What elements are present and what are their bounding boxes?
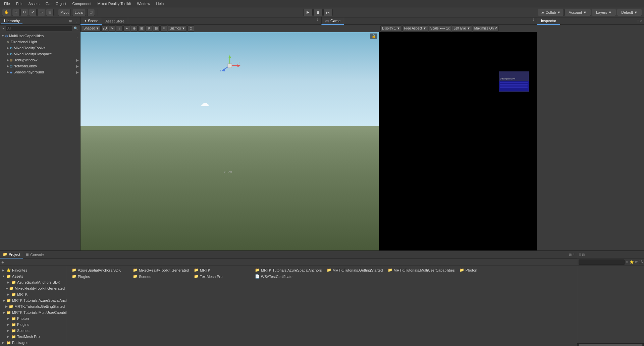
tree-packages[interactable]: ▶ 📁 Packages	[0, 340, 67, 346]
maximize-btn[interactable]: Maximize On P	[473, 25, 499, 32]
hier-item-debugwindow[interactable]: ▶ ⊞ DebugWindow ▶	[0, 57, 80, 63]
lower-search-input[interactable]	[579, 260, 625, 265]
hand-tool-btn[interactable]: ✋	[2, 9, 11, 16]
hierarchy-menu-icon[interactable]: ⋮	[73, 19, 79, 23]
asset-scenes[interactable]: 📁 Scenes	[131, 274, 191, 279]
hier-item-mrtk[interactable]: ▶ ⚙ MixedRealityToolkit	[0, 45, 80, 51]
account-button[interactable]: Account ▼	[565, 9, 591, 16]
tree-scenes[interactable]: ▶ 📁 Scenes	[0, 328, 67, 334]
lighting-btn[interactable]: ☀	[109, 25, 115, 32]
scale-tool-btn[interactable]: ⤢	[29, 9, 37, 16]
snap-btn[interactable]: ⊡	[87, 9, 95, 16]
display-select[interactable]: Display 1 ▼	[380, 25, 402, 32]
scene-tab-more[interactable]: ⋮	[314, 17, 321, 24]
rect-tool-btn[interactable]: ▭	[37, 9, 45, 16]
step-button[interactable]: ⏭	[323, 9, 333, 16]
hierarchy-search-input[interactable]	[6, 26, 72, 31]
play-button[interactable]: ▶	[303, 9, 313, 16]
inspector-tab[interactable]: Inspector	[537, 17, 560, 25]
rotate-tool-btn[interactable]: ↻	[20, 9, 28, 16]
asset-mrtk-gen[interactable]: 📁 MixedRealityToolkit.Generated	[131, 267, 191, 273]
project-menu-icon[interactable]: ⋮	[572, 253, 576, 256]
asset-mrtk[interactable]: 📁 MRTK	[192, 267, 252, 273]
console-tab[interactable]: ☰ Console	[23, 251, 46, 258]
hier-item-networklobby[interactable]: ▶ ⊡ NetworkLobby ▶	[0, 63, 80, 69]
scene-lock-btn[interactable]: 🔒	[370, 34, 377, 39]
2d-toggle[interactable]: 2D	[101, 25, 108, 32]
menu-mrtk[interactable]: Mixed Reality Toolkit	[95, 1, 133, 6]
tree-mrtk-multi[interactable]: ▶ 📁 MRTK.Tutorials.MultiUserCapabilities	[0, 309, 67, 315]
pause-button[interactable]: ⏸	[313, 9, 323, 16]
lower-expand-icon[interactable]: ⊞	[579, 253, 581, 256]
menu-component[interactable]: Component	[69, 1, 94, 6]
asset-plugins[interactable]: 📁 Plugins	[70, 274, 130, 279]
asset-photon[interactable]: 📁 Photon	[458, 267, 518, 273]
hierarchy-expand-icon[interactable]: ⊞	[68, 19, 73, 23]
scroll-thumb[interactable]	[579, 344, 643, 346]
project-tab[interactable]: 📁 Project	[0, 251, 23, 258]
tree-mrtk-getting[interactable]: ▶ 📁 MRTK.Tutorials.GettingStarted	[0, 303, 67, 309]
grid-btn[interactable]: #	[146, 25, 152, 32]
inspector-close-icon[interactable]: ✕	[640, 19, 643, 23]
hier-item-mrplayspace[interactable]: ▶ ⚙ MixedRealityPlayspace	[0, 51, 80, 57]
shading-mode-select[interactable]: Shaded ▼	[82, 25, 101, 32]
asset-mrtk-azure[interactable]: 📁 MRTK.Tutorials.AzureSpatialAnchors	[253, 267, 324, 273]
collab-button[interactable]: ☁ Collab ▼	[538, 9, 564, 16]
scene-extra-btn[interactable]: ⊙	[187, 25, 194, 32]
menu-assets[interactable]: Assets	[26, 1, 42, 6]
tree-favorites[interactable]: ▶ ⭐ Favorites	[0, 267, 67, 273]
layer-btn[interactable]: ≡	[160, 25, 167, 32]
hier-scene-more[interactable]: ⋮	[75, 34, 79, 38]
game-tab-more[interactable]: ⋮	[530, 17, 537, 24]
star-filter-btn[interactable]: ⭐	[630, 260, 634, 265]
tree-mrtk-gen[interactable]: ▶ 📁 MixedRealityToolkit.Generated	[0, 285, 67, 291]
tree-photon[interactable]: ▶ 📁 Photon	[0, 315, 67, 322]
tree-textmesh[interactable]: ▶ 📁 TextMesh Pro	[0, 334, 67, 340]
tree-mrtk-azure[interactable]: ▶ 📁 MRTK.Tutorials.AzureSpatialAnchors	[0, 297, 67, 303]
asset-mrtk-getting[interactable]: 📁 MRTK.Tutorials.GettingStarted	[325, 267, 385, 273]
tree-azure-sdk[interactable]: ▶ 📁 AzureSpatialAnchors.SDK	[0, 279, 67, 285]
pivot-btn[interactable]: Pivot	[58, 9, 71, 16]
hier-item-sharedplayground[interactable]: ▶ ◈ SharedPlayground ▶	[0, 69, 80, 75]
gizmos-select[interactable]: Gizmos ▼	[168, 25, 187, 32]
eye-select[interactable]: Left Eye ▼	[452, 25, 472, 32]
menu-window[interactable]: Window	[134, 1, 153, 6]
inspector-expand-icon[interactable]: ⊞	[637, 19, 639, 23]
scene-tab[interactable]: ✦ Scene	[80, 17, 102, 25]
asset-textmesh[interactable]: 📁 TextMesh Pro	[192, 274, 252, 279]
menu-gameobject[interactable]: GameObject	[43, 1, 69, 6]
default-layout-button[interactable]: Default ▼	[617, 9, 642, 16]
asset-wsa-cert[interactable]: 📄 WSATestCertificate	[253, 274, 313, 279]
overlay-btn[interactable]: ⊞	[138, 25, 145, 32]
tree-assets-root[interactable]: ▼ 📁 Assets	[0, 273, 67, 279]
menu-file[interactable]: File	[1, 1, 13, 6]
scene-fx-btn[interactable]: ⊛	[131, 25, 138, 32]
menu-help[interactable]: Help	[154, 1, 167, 6]
tree-plugins[interactable]: ▶ 📁 Plugins	[0, 322, 67, 328]
menu-edit[interactable]: Edit	[13, 1, 25, 6]
project-add-btn[interactable]: +	[1, 260, 4, 265]
layers-button[interactable]: Layers ▼	[592, 9, 616, 16]
filter-btn[interactable]: ≡	[625, 260, 629, 265]
snap-btn2[interactable]: ⊡	[153, 25, 160, 32]
asset-store-tab[interactable]: Asset Store	[102, 17, 128, 25]
hier-debug-more[interactable]: ▶	[76, 58, 79, 62]
lower-expand-icon2[interactable]: ⊟	[582, 253, 585, 256]
hierarchy-tab[interactable]: Hierarchy	[1, 18, 22, 24]
project-expand-icon[interactable]: ⊞	[569, 253, 572, 256]
local-btn[interactable]: Local	[72, 9, 86, 16]
game-tab[interactable]: 🎮 Game	[321, 17, 344, 25]
move-tool-btn[interactable]: ✛	[12, 9, 20, 16]
refresh-btn[interactable]: ⟳	[634, 260, 638, 265]
hier-playground-more[interactable]: ▶	[76, 70, 79, 74]
asset-mrtk-multi[interactable]: 📁 MRTK.Tutorials.MultiUserCapabilities	[386, 267, 457, 273]
effects-btn[interactable]: ✦	[123, 25, 130, 32]
audio-btn[interactable]: ♪	[116, 25, 123, 32]
hier-network-more[interactable]: ▶	[76, 64, 79, 68]
hier-scene-root[interactable]: ▼ ⚙ MultiUserCapabilities ⋮	[0, 33, 80, 39]
aspect-select[interactable]: Free Aspect ▼	[402, 25, 428, 32]
hierarchy-add-btn[interactable]: ▾	[1, 26, 5, 30]
tree-mrtk[interactable]: ▶ 📁 MRTK	[0, 291, 67, 297]
transform-tool-btn[interactable]: ⊞	[46, 9, 54, 16]
hier-item-directional-light[interactable]: ☀ Directional Light	[0, 39, 80, 45]
